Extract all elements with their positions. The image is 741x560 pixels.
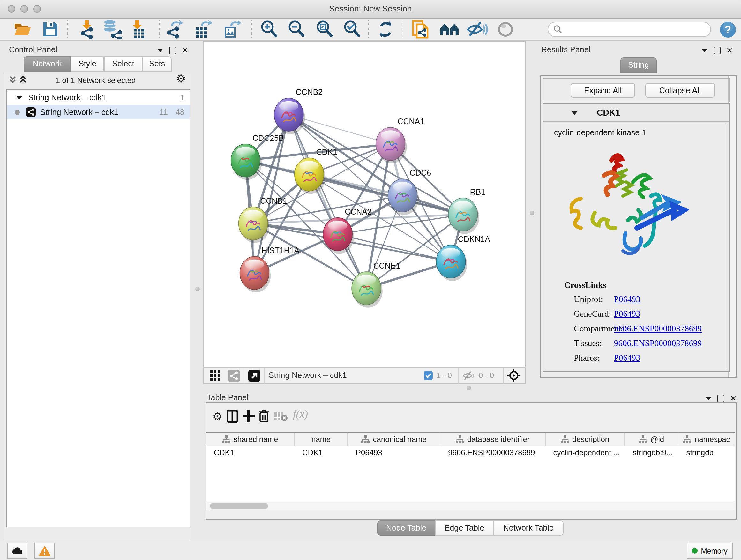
network-collection-row[interactable]: String Network – cdk1 1 <box>7 90 190 105</box>
float-panel-icon[interactable] <box>169 47 176 54</box>
tab-network-table[interactable]: Network Table <box>493 520 563 536</box>
warnings-button[interactable] <box>35 543 55 559</box>
protein-description: cyclin-dependent kinase 1 <box>554 128 646 137</box>
crosslink-genecard-link[interactable]: P06493 <box>614 309 641 319</box>
collection-count: 1 <box>180 93 185 102</box>
collapse-panel-icon[interactable] <box>701 49 708 52</box>
network-node-CDKN1A[interactable]: CDKN1A <box>436 235 490 281</box>
network-view-mode-icon[interactable] <box>228 369 240 381</box>
network-node-CCNB1[interactable]: CCNB1 <box>239 196 287 243</box>
vertical-splitter-handle[interactable] <box>530 211 534 215</box>
tab-string-results[interactable]: String <box>620 57 657 73</box>
close-panel-icon[interactable]: ✕ <box>730 395 737 401</box>
column-header[interactable]: @id <box>625 433 679 446</box>
network-view-canvas[interactable]: CCNB2CCNA1CDC25BCDK1CDC6RB1CCNB1CCNA2CDK… <box>203 41 526 367</box>
table-horizontal-scrollbar[interactable] <box>206 501 735 510</box>
zoom-in-icon[interactable] <box>258 19 280 40</box>
collapse-panel-icon[interactable] <box>705 396 712 400</box>
crosslink-label: GeneCard: <box>574 309 611 319</box>
crosslink-compartments-link[interactable]: 9606.ENSP00000378699 <box>614 324 702 333</box>
show-graphics-details-icon[interactable] <box>495 19 516 40</box>
column-header[interactable]: namespac <box>678 433 735 446</box>
open-session-icon[interactable] <box>11 19 33 40</box>
add-column-icon[interactable] <box>243 410 255 422</box>
hide-selected-icon[interactable] <box>467 19 488 40</box>
network-node-CCNE1[interactable]: CCNE1 <box>352 261 400 308</box>
save-session-icon[interactable] <box>40 19 61 40</box>
export-image-icon[interactable] <box>221 19 243 40</box>
crosslinks-title: CrossLinks <box>564 280 606 291</box>
zoom-out-icon[interactable] <box>285 19 307 40</box>
help-icon[interactable]: ? <box>717 19 738 40</box>
column-header[interactable]: database identifier <box>441 433 545 446</box>
network-node-CCNB2[interactable]: CCNB2 <box>274 87 323 134</box>
column-header[interactable]: shared name <box>206 433 294 446</box>
search-input[interactable] <box>565 24 705 35</box>
main-toolbar: ? <box>0 18 741 41</box>
export-table-icon[interactable] <box>192 19 214 40</box>
network-row[interactable]: String Network – cdk1 11 48 <box>7 105 190 119</box>
first-neighbors-icon[interactable] <box>439 19 461 40</box>
svg-text:?: ? <box>724 23 731 35</box>
clone-network-icon[interactable] <box>410 19 431 40</box>
crosslink-pharos-link[interactable]: P06493 <box>614 353 641 363</box>
horizontal-splitter-handle[interactable] <box>467 386 471 390</box>
network-node-HIST1H1A[interactable]: HIST1H1A <box>240 246 300 293</box>
float-panel-icon[interactable] <box>714 47 721 54</box>
vertical-splitter-handle[interactable] <box>195 287 200 291</box>
zoom-selected-icon[interactable] <box>341 19 362 40</box>
network-canvas: CCNB2CCNA1CDC25BCDK1CDC6RB1CCNB1CCNA2CDK… <box>204 42 525 367</box>
float-panel-icon[interactable] <box>718 395 724 402</box>
collapse-panel-icon[interactable] <box>157 49 163 52</box>
refresh-icon[interactable] <box>375 19 396 40</box>
cloud-status-button[interactable] <box>7 543 27 559</box>
network-node-RB1[interactable]: RB1 <box>448 187 485 234</box>
tab-edge-table[interactable]: Edge Table <box>435 520 493 536</box>
column-header[interactable]: canonical name <box>348 433 441 446</box>
grid-view-icon[interactable] <box>210 370 221 381</box>
selected-checkbox-icon[interactable] <box>424 371 433 380</box>
export-network-icon[interactable] <box>163 19 185 40</box>
tab-sets[interactable]: Sets <box>142 56 172 71</box>
shared-column-icon <box>222 435 230 443</box>
shared-column-icon <box>456 435 464 443</box>
protein-name: CDK1 <box>597 108 620 118</box>
detach-view-icon[interactable] <box>248 369 260 381</box>
network-label: String Network – cdk1 <box>40 108 118 117</box>
birds-eye-view-icon[interactable] <box>508 369 520 382</box>
import-table-icon[interactable] <box>128 19 149 40</box>
collapse-all-button[interactable]: Collapse All <box>645 83 715 98</box>
protein-section-header[interactable]: CDK1 <box>543 104 729 122</box>
network-options-gear-icon[interactable]: ⚙ <box>176 73 186 84</box>
network-node-CCNA1[interactable]: CCNA1 <box>376 117 424 164</box>
show-columns-icon[interactable] <box>226 410 238 423</box>
delete-table-icon <box>274 412 288 422</box>
close-panel-icon[interactable]: ✕ <box>726 47 733 54</box>
column-header[interactable]: name <box>294 433 348 446</box>
collapse-all-networks-icon[interactable] <box>19 75 27 84</box>
tab-style[interactable]: Style <box>71 56 104 71</box>
table-options-gear-icon[interactable]: ⚙ <box>212 411 222 422</box>
tab-network[interactable]: Network <box>23 56 71 71</box>
tab-select[interactable]: Select <box>104 56 142 71</box>
close-panel-icon[interactable]: ✕ <box>182 47 188 54</box>
expand-all-networks-icon[interactable] <box>9 75 17 84</box>
tab-node-table[interactable]: Node Table <box>377 520 435 536</box>
scrollbar-thumb[interactable] <box>210 503 268 509</box>
node-label: CCNA2 <box>345 207 372 216</box>
expand-all-button[interactable]: Expand All <box>570 83 635 98</box>
toolbar-separator <box>159 20 159 38</box>
crosslink-uniprot-link[interactable]: P06493 <box>614 294 641 304</box>
table-row[interactable]: CDK1 CDK1 P06493 9606.ENSP00000378699 cy… <box>206 446 735 459</box>
collection-expander-icon[interactable] <box>16 96 22 99</box>
column-header[interactable]: description <box>545 433 625 446</box>
node-label: CCNB2 <box>296 87 323 97</box>
import-network-icon[interactable] <box>76 19 98 40</box>
network-edge[interactable] <box>289 115 366 288</box>
zoom-fit-icon[interactable] <box>313 19 335 40</box>
import-network-from-database-icon[interactable] <box>102 19 123 40</box>
delete-column-icon[interactable] <box>259 409 269 423</box>
crosslink-tissues-link[interactable]: 9606.ENSP00000378699 <box>614 338 702 348</box>
search-field[interactable] <box>548 22 711 37</box>
memory-button[interactable]: Memory <box>687 543 733 559</box>
